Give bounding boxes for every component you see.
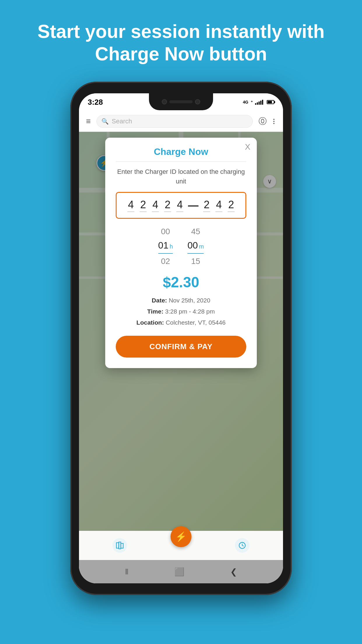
modal-subtitle: Enter the Charger ID located on the char… [116,167,246,186]
charger-digit-2: 2 [140,199,147,212]
session-info: Date: Nov 25th, 2020 Time: 3:28 pm - 4:2… [116,295,246,328]
date-value: Nov 25th, 2020 [169,297,210,304]
hours-selected[interactable]: 01h [158,239,173,254]
charge-now-modal: X Charge Now Enter the Charger ID locate… [105,138,257,368]
lte-plus: ⁺ [251,100,253,104]
time-value: 3:28 pm - 4:28 pm [165,308,215,315]
hours-value: 01 [158,239,169,252]
status-time: 3:28 [88,98,103,107]
toolbar-right: ⓪ ⫶ [259,116,276,127]
hours-unit: h [170,242,173,251]
charger-id-input-box[interactable]: 4 2 4 2 4 — 2 4 2 [116,192,246,219]
minutes-below[interactable]: 15 [191,256,200,267]
phone-screen: 3:28 4G ⁺ ≡ 🔍 Search [79,93,283,583]
signal-bar-2 [257,102,258,105]
charger-id-dash: — [188,199,198,211]
minutes-column[interactable]: 45 00m 15 [187,226,204,267]
help-icon[interactable]: ⓪ [259,116,267,127]
hours-column[interactable]: 00 01h 02 [158,226,173,267]
menu-icon[interactable]: ≡ [86,117,91,126]
charger-id-segment-2: 2 4 2 [203,199,235,212]
price-display: $2.30 [116,274,246,291]
search-icon: 🔍 [101,118,109,125]
charger-digit-8: 2 [228,199,235,212]
charger-digit-3: 4 [152,199,159,212]
modal-overlay: X Charge Now Enter the Charger ID locate… [79,132,283,583]
minutes-value: 00 [187,239,198,252]
signal-bar-3 [259,102,260,105]
time-label: Time: [147,308,164,315]
map-nav-icon [113,538,127,553]
speaker [169,100,193,103]
filter-icon[interactable]: ⫶ [272,116,276,126]
charge-fab-button[interactable]: ⚡ [171,526,191,547]
signal-bars [255,99,263,105]
confirm-pay-button[interactable]: CONFIRM & PAY [116,336,246,358]
nav-map[interactable] [113,538,127,553]
time-picker[interactable]: 00 01h 02 45 00m 15 [116,226,246,267]
modal-title: Charge Now [116,146,246,157]
hours-above[interactable]: 00 [161,226,170,237]
location-value: Colchester, VT, 05446 [166,319,225,326]
page-title: Start your session instantly with Charge… [0,0,362,80]
location-label: Location: [136,319,164,326]
status-icons: 4G ⁺ [243,99,274,105]
hours-below[interactable]: 02 [161,256,170,267]
charger-digit-6: 2 [203,199,210,212]
lte-badge: 4G [243,100,248,104]
charger-id-segment-1: 4 2 4 2 4 [127,199,183,212]
nav-history[interactable] [235,538,249,553]
notch [149,93,213,110]
charger-digit-1: 4 [127,199,134,212]
minutes-selected[interactable]: 00m [187,239,204,254]
svg-rect-6 [116,543,119,548]
modal-divider [116,161,246,162]
minutes-unit: m [199,242,204,251]
signal-bar-1 [255,103,256,105]
signal-bar-5 [262,100,263,105]
search-placeholder: Search [112,118,132,125]
modal-close-button[interactable]: X [245,143,250,151]
phone-shell: 3:28 4G ⁺ ≡ 🔍 Search [70,82,292,595]
history-nav-icon [235,538,249,553]
front-camera [162,99,167,104]
battery-fill [268,101,272,103]
svg-rect-8 [121,543,123,548]
charger-digit-7: 4 [215,199,222,212]
charger-digit-4: 2 [164,199,171,212]
battery-icon [267,100,274,104]
front-sensor [195,99,200,104]
signal-bar-4 [260,101,261,105]
charger-digit-5: 4 [176,199,183,212]
minutes-above[interactable]: 45 [191,226,200,237]
date-label: Date: [152,297,167,304]
search-bar[interactable]: 🔍 Search [96,115,253,128]
app-toolbar: ≡ 🔍 Search ⓪ ⫶ [79,111,283,132]
